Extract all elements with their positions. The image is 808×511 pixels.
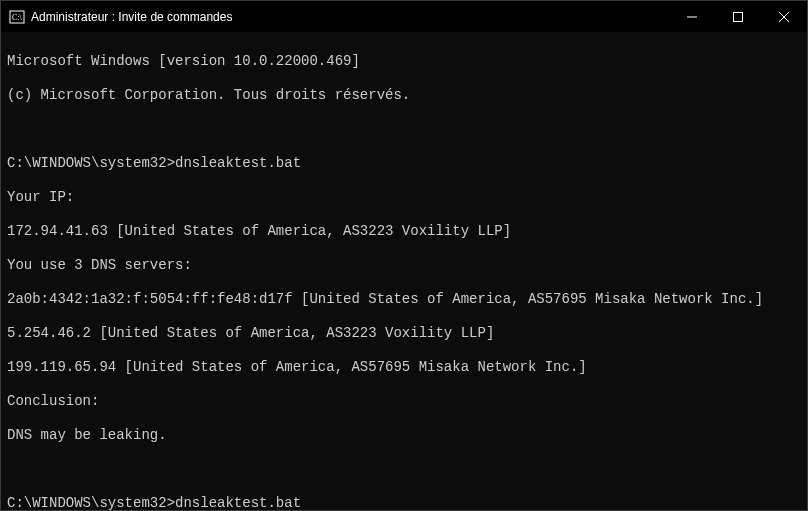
command-prompt-window: C:\ Administrateur : Invite de commandes… [0,0,808,511]
svg-rect-3 [734,12,743,21]
output-line: (c) Microsoft Corporation. Tous droits r… [7,87,801,104]
command-text: dnsleaktest.bat [175,155,301,172]
terminal-output[interactable]: Microsoft Windows [version 10.0.22000.46… [1,32,807,510]
output-line [7,121,801,138]
svg-text:C:\: C:\ [12,13,23,22]
output-line: 172.94.41.63 [United States of America, … [7,223,801,240]
prompt-line: C:\WINDOWS\system32>dnsleaktest.bat [7,495,801,510]
output-line: 199.119.65.94 [United States of America,… [7,359,801,376]
window-controls [669,1,807,32]
output-line: DNS may be leaking. [7,427,801,444]
output-line: 2a0b:4342:1a32:f:5054:ff:fe48:d17f [Unit… [7,291,801,308]
close-button[interactable] [761,1,807,32]
titlebar-left: C:\ Administrateur : Invite de commandes [9,9,232,25]
prompt: C:\WINDOWS\system32> [7,155,175,172]
output-line: You use 3 DNS servers: [7,257,801,274]
output-line [7,461,801,478]
prompt-line: C:\WINDOWS\system32>dnsleaktest.bat [7,155,801,172]
command-text: dnsleaktest.bat [175,495,301,510]
maximize-button[interactable] [715,1,761,32]
window-title: Administrateur : Invite de commandes [31,10,232,24]
output-line: 5.254.46.2 [United States of America, AS… [7,325,801,342]
output-line: Conclusion: [7,393,801,410]
titlebar[interactable]: C:\ Administrateur : Invite de commandes [1,1,807,32]
prompt: C:\WINDOWS\system32> [7,495,175,510]
output-line: Your IP: [7,189,801,206]
minimize-button[interactable] [669,1,715,32]
output-line: Microsoft Windows [version 10.0.22000.46… [7,53,801,70]
cmd-icon: C:\ [9,9,25,25]
